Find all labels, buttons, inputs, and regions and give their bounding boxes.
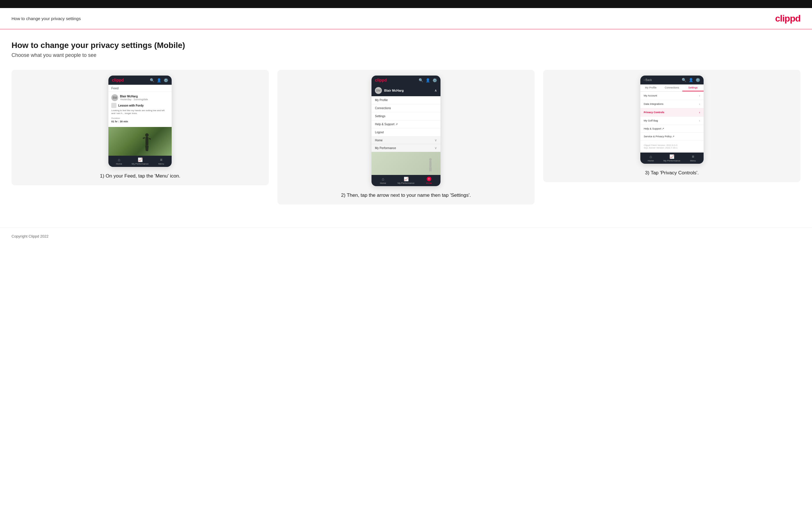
settings-icon-2[interactable]: ⚙️ — [433, 78, 437, 82]
menu-section-performance[interactable]: My Performance ∨ — [371, 144, 441, 152]
performance-icon-3: 📈 — [669, 154, 674, 159]
menu-icon-3: ≡ — [692, 154, 694, 159]
feed-card: BM Blair McHarg Yesterday · Sunningdale … — [108, 92, 172, 127]
search-icon-3[interactable]: 🔍 — [682, 78, 687, 82]
tab-connections[interactable]: Connections — [661, 84, 682, 91]
version-info: Clippd Client Version: 2022.8.3-3 SQL Se… — [640, 140, 704, 153]
bottom-nav-home-1[interactable]: ⌂ Home — [108, 157, 130, 165]
bottom-nav-menu-3[interactable]: ≡ Menu — [682, 154, 703, 162]
step-3-caption: 3) Tap 'Privacy Controls'. — [645, 169, 699, 176]
menu-item-profile[interactable]: My Profile — [371, 96, 441, 104]
menu-user-row: BM Blair McHarg ∧ — [371, 85, 441, 96]
step-1-card: clippd 🔍 👤 ⚙️ Feed BM Blair McHarg — [11, 70, 269, 185]
bottom-nav-home-2[interactable]: ⌂ Home — [371, 177, 395, 184]
my-account-label: My Account — [644, 94, 657, 97]
bg-golf-image-2 — [371, 152, 441, 175]
help-support-label: Help & Support ↗ — [644, 127, 664, 130]
menu-icon-1: ≡ — [160, 157, 162, 162]
menu-item-connections[interactable]: Connections — [371, 104, 441, 112]
menu-item-logout[interactable]: Logout — [371, 128, 441, 136]
bottom-nav-1: ⌂ Home 📈 My Performance ≡ Menu — [108, 156, 172, 167]
app-logo-1: clippd — [112, 78, 123, 82]
home-icon-1: ⌂ — [118, 157, 120, 162]
menu-item-help[interactable]: Help & Support ↗ — [371, 120, 441, 128]
menu-section-home[interactable]: Home ∨ — [371, 136, 441, 144]
settings-icon-1[interactable]: ⚙️ — [164, 78, 168, 82]
settings-item-service-privacy[interactable]: Service & Privacy Policy ↗ — [640, 133, 704, 140]
bottom-nav-close-2[interactable]: ✕ Menu — [417, 177, 441, 184]
data-integrations-chevron: › — [699, 102, 700, 106]
page-heading: How to change your privacy settings (Mob… — [11, 41, 801, 50]
bottom-nav-2: ⌂ Home 📈 My Performance ✕ Menu — [371, 175, 441, 186]
settings-item-my-account[interactable]: My Account › — [640, 92, 704, 100]
golf-image — [108, 127, 172, 156]
menu-section-performance-label: My Performance — [375, 147, 396, 150]
bottom-nav-performance-2[interactable]: 📈 My Performance — [395, 177, 417, 184]
search-icon-1[interactable]: 🔍 — [150, 78, 154, 82]
menu-expand-arrow[interactable]: ∧ — [435, 89, 437, 93]
avatar-1: BM — [111, 94, 118, 101]
svg-rect-2 — [143, 137, 145, 139]
settings-tabs: My Profile Connections Settings — [640, 84, 704, 92]
app-navbar-2: clippd 🔍 👤 ⚙️ — [371, 75, 441, 85]
menu-section-home-arrow: ∨ — [435, 138, 437, 142]
settings-item-help-support[interactable]: Help & Support ↗ — [640, 125, 704, 133]
lesson-title: Lesson with Fordy — [118, 104, 144, 107]
app-nav-icons-2: 🔍 👤 ⚙️ — [419, 78, 437, 82]
duration-value: 01 hr : 30 min — [111, 120, 169, 123]
performance-label-1: My Performance — [132, 163, 149, 165]
menu-user-info: BM Blair McHarg — [375, 87, 404, 94]
tab-settings[interactable]: Settings — [682, 84, 703, 91]
step-2-phone: clippd 🔍 👤 ⚙️ BM Blair McHarg ∧ — [371, 75, 441, 186]
user-icon-1[interactable]: 👤 — [157, 78, 161, 82]
bottom-nav-menu-1[interactable]: ≡ Menu — [151, 157, 172, 165]
lesson-icon — [111, 103, 116, 108]
menu-close-label-2: Menu — [426, 182, 432, 184]
my-golf-bag-chevron: › — [699, 119, 700, 122]
performance-icon-1: 📈 — [138, 157, 143, 162]
menu-user-name: Blair McHarg — [384, 89, 404, 92]
user-name-1: Blair McHarg — [120, 95, 148, 98]
my-account-chevron: › — [699, 94, 700, 97]
menu-item-settings[interactable]: Settings — [371, 112, 441, 120]
svg-rect-3 — [149, 138, 151, 139]
privacy-controls-chevron: › — [699, 111, 700, 114]
menu-label-1: Menu — [158, 163, 164, 165]
golfer-silhouette — [141, 133, 153, 156]
clippd-logo: clippd — [775, 13, 801, 24]
bottom-nav-home-3[interactable]: ⌂ Home — [640, 154, 661, 162]
search-icon-2[interactable]: 🔍 — [419, 78, 423, 82]
svg-rect-1 — [146, 137, 148, 145]
step-3-card: ‹ Back 🔍 👤 ⚙️ My Profile Connections Set… — [543, 70, 801, 182]
lesson-desc: Looking to feel like my hands are exitin… — [111, 109, 169, 115]
back-button[interactable]: ‹ Back — [644, 78, 652, 81]
tab-my-profile[interactable]: My Profile — [640, 84, 661, 91]
duration-label: Duration — [111, 117, 169, 119]
lesson-row: Lesson with Fordy — [111, 103, 169, 108]
step-2-card: clippd 🔍 👤 ⚙️ BM Blair McHarg ∧ — [277, 70, 535, 205]
home-icon-2: ⌂ — [382, 177, 384, 181]
service-privacy-label: Service & Privacy Policy ↗ — [644, 135, 675, 138]
bottom-nav-performance-3[interactable]: 📈 My Performance — [661, 154, 682, 162]
settings-icon-3[interactable]: ⚙️ — [696, 78, 700, 82]
settings-item-data-integrations[interactable]: Data Integrations › — [640, 100, 704, 108]
menu-label-3: Menu — [690, 159, 696, 162]
home-label-1: Home — [116, 163, 122, 165]
close-icon-2[interactable]: ✕ — [427, 177, 431, 181]
app-nav-icons-1: 🔍 👤 ⚙️ — [150, 78, 168, 82]
bottom-nav-performance-1[interactable]: 📈 My Performance — [130, 157, 151, 165]
performance-label-2: My Performance — [398, 182, 415, 184]
user-info-1: Blair McHarg Yesterday · Sunningdale — [120, 95, 148, 101]
privacy-controls-label: Privacy Controls — [644, 111, 664, 114]
settings-item-privacy-controls[interactable]: Privacy Controls › — [640, 108, 704, 117]
user-icon-2[interactable]: 👤 — [425, 78, 430, 82]
steps-container: clippd 🔍 👤 ⚙️ Feed BM Blair McHarg — [11, 70, 801, 205]
home-label-3: Home — [648, 159, 654, 162]
copyright-text: Copyright Clippd 2022 — [11, 234, 49, 238]
home-label-2: Home — [380, 182, 386, 184]
settings-header: ‹ Back 🔍 👤 ⚙️ — [640, 75, 704, 84]
menu-section-performance-arrow: ∨ — [435, 146, 437, 150]
user-icon-3[interactable]: 👤 — [689, 78, 693, 82]
main-content: How to change your privacy settings (Mob… — [0, 29, 812, 222]
settings-item-my-golf-bag[interactable]: My Golf Bag › — [640, 117, 704, 125]
